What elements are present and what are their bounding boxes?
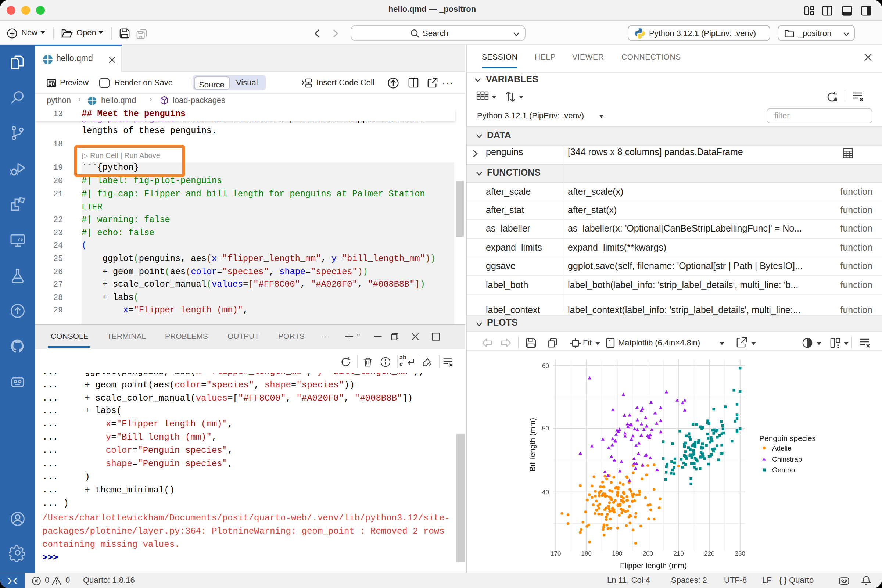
svg-text:Bill length (mm): Bill length (mm) xyxy=(528,418,536,471)
svg-text:220: 220 xyxy=(704,550,714,557)
svg-text:190: 190 xyxy=(612,550,622,557)
svg-text:170: 170 xyxy=(550,550,560,557)
svg-text:Chinstrap: Chinstrap xyxy=(772,455,801,463)
svg-text:Adelie: Adelie xyxy=(772,444,791,452)
svg-text:Penguin species: Penguin species xyxy=(759,434,816,442)
svg-text:50: 50 xyxy=(542,425,549,432)
svg-text:230: 230 xyxy=(735,550,745,557)
svg-text:180: 180 xyxy=(581,550,591,557)
svg-text:Flipper length (mm): Flipper length (mm) xyxy=(620,561,687,570)
svg-text:200: 200 xyxy=(642,550,652,557)
svg-text:60: 60 xyxy=(542,362,549,369)
svg-text:40: 40 xyxy=(542,489,549,496)
svg-text:210: 210 xyxy=(673,550,683,557)
svg-text:Gentoo: Gentoo xyxy=(772,466,795,474)
